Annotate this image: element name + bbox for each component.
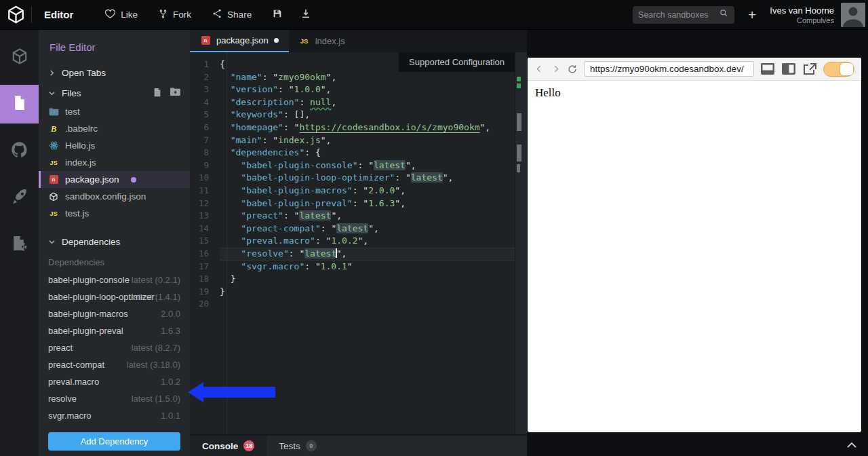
supported-configuration-button[interactable]: Supported Configuration: [399, 52, 515, 72]
scrollbar-ruler[interactable]: [515, 52, 527, 434]
rail-item-project[interactable]: [0, 38, 39, 77]
section-open-tabs[interactable]: Open Tabs: [39, 62, 190, 83]
user-block[interactable]: Ives van Hoorne Compulves: [770, 5, 834, 24]
ruler-mark-added: [517, 77, 521, 81]
dependency-row-preact-compat[interactable]: latest (3.18.0)preact-compat: [39, 356, 190, 373]
browser-preview: Hello: [528, 58, 861, 432]
line-number: 1: [190, 58, 220, 71]
code-line-16[interactable]: 16 "resolve": "latest",: [190, 248, 515, 261]
section-files[interactable]: Files: [39, 83, 190, 103]
file-row-index-js[interactable]: JSindex.js: [39, 154, 190, 171]
rail-item-github[interactable]: [0, 132, 39, 170]
dependency-row-svgr-macro[interactable]: 1.0.1svgr.macro: [39, 407, 190, 424]
line-number: 18: [190, 273, 220, 286]
rail-item-deployment[interactable]: [0, 178, 39, 217]
search-input[interactable]: [638, 10, 719, 20]
code-line-7[interactable]: 7 "main": "index.js",: [190, 134, 515, 147]
tab-package-json[interactable]: n package.json: [190, 30, 289, 52]
code-line-18[interactable]: 18 }: [190, 273, 515, 286]
external-resources-label[interactable]: External Resources: [39, 451, 190, 456]
dependency-row-babel-plugin-preval[interactable]: 1.6.3babel-plugin-preval: [39, 322, 190, 339]
share-icon: [212, 8, 222, 21]
dependency-name: babel-plugin-loop-optimizer: [48, 292, 155, 302]
dock-bottom-icon[interactable]: [760, 62, 775, 75]
codesandbox-logo-icon[interactable]: [0, 5, 31, 24]
section-dependencies[interactable]: Dependencies: [39, 231, 190, 252]
code-line-12[interactable]: 12 "babel-plugin-preval": "1.6.3",: [190, 197, 515, 210]
dependency-row-preval-macro[interactable]: 1.0.2preval.macro: [39, 373, 190, 390]
file-row-test[interactable]: test: [39, 103, 190, 120]
split-view-icon[interactable]: [781, 62, 796, 75]
like-button[interactable]: Like: [104, 8, 138, 22]
code-line-17[interactable]: 17 "svgr.macro": "1.0.1": [190, 261, 515, 273]
code-line-14[interactable]: 14 "preact-compat": "latest",: [190, 223, 515, 235]
code-editor[interactable]: Supported Configuration 1{2 "name": "zmy…: [190, 52, 515, 434]
forward-button[interactable]: [551, 64, 561, 74]
new-file-icon[interactable]: [153, 88, 162, 99]
code-line-6[interactable]: 6 "homepage": "https://codesandbox.io/s/…: [190, 121, 515, 134]
dependency-row-babel-plugin-loop-optimizer[interactable]: latest (1.4.1)babel-plugin-loop-optimize…: [39, 288, 190, 305]
code-line-20[interactable]: 20: [190, 298, 515, 311]
line-number: 6: [190, 121, 220, 134]
file-row-sandbox-config-json[interactable]: sandbox.config.json: [39, 188, 190, 205]
dependency-row-preact[interactable]: latest (8.2.7)preact: [39, 339, 190, 356]
code-line-10[interactable]: 10 "babel-plugin-loop-optimizer": "lates…: [190, 172, 515, 185]
refresh-button[interactable]: [567, 64, 578, 75]
tab-index-js[interactable]: JS index.js: [289, 30, 355, 52]
fork-icon: [158, 8, 168, 22]
code-line-3[interactable]: 3 "version": "1.0.0",: [190, 83, 515, 96]
code-line-2[interactable]: 2 "name": "zmyo90okm",: [190, 71, 515, 84]
react-icon: [48, 140, 59, 151]
code-line-4[interactable]: 4 "description": null,: [190, 96, 515, 109]
save-button[interactable]: [272, 8, 283, 22]
topbar: Editor Like Fork Share + Ives van Hoorne…: [0, 0, 868, 30]
line-number: 9: [190, 159, 220, 172]
file-row-hello-js[interactable]: Hello.js: [39, 137, 190, 154]
add-dependency-button[interactable]: Add Dependency: [48, 432, 180, 451]
code-line-5[interactable]: 5 "keywords": [],: [190, 109, 515, 121]
tests-tab[interactable]: Tests 0: [267, 436, 329, 456]
editor-tabbar: n package.json JS index.js: [190, 30, 527, 52]
line-number: 15: [190, 235, 220, 248]
console-tab[interactable]: Console 18: [190, 436, 267, 456]
dependency-version: 2.0.0: [161, 309, 180, 319]
modified-dot: [131, 177, 136, 183]
line-number: 4: [190, 96, 220, 109]
line-content: }: [220, 286, 515, 299]
open-external-icon[interactable]: [802, 62, 817, 75]
dependency-row-babel-plugin-macros[interactable]: 2.0.0babel-plugin-macros: [39, 305, 190, 322]
code-line-19[interactable]: 19}: [190, 286, 515, 299]
chevron-up-icon[interactable]: [846, 439, 857, 451]
code-line-11[interactable]: 11 "babel-plugin-macros": "2.0.0",: [190, 185, 515, 197]
code-line-15[interactable]: 15 "preval.macro": "1.0.2",: [190, 235, 515, 248]
rail-item-server-config[interactable]: [0, 225, 39, 264]
ruler-mark: [517, 164, 520, 172]
code-line-9[interactable]: 9 "babel-plugin-console": "latest",: [190, 159, 515, 172]
tests-count-badge: 0: [306, 440, 317, 451]
rail-item-file-editor[interactable]: [0, 85, 39, 124]
dependency-row-babel-plugin-console[interactable]: latest (0.2.1)babel-plugin-console: [39, 271, 190, 288]
back-button[interactable]: [534, 64, 545, 74]
file-name: .babelrc: [65, 124, 98, 134]
js-icon: JS: [299, 37, 310, 45]
dependency-name: babel-plugin-preval: [48, 326, 123, 336]
npm-icon: n: [48, 175, 59, 184]
fork-button[interactable]: Fork: [158, 8, 191, 22]
download-button[interactable]: [300, 8, 311, 22]
url-input[interactable]: [584, 61, 754, 77]
code-area: Supported Configuration 1{2 "name": "zmy…: [190, 52, 527, 434]
code-line-13[interactable]: 13 "preact": "latest",: [190, 210, 515, 223]
new-folder-icon[interactable]: [170, 88, 180, 99]
new-sandbox-button[interactable]: +: [748, 7, 756, 22]
code-line-8[interactable]: 8 "dependencies": {: [190, 147, 515, 159]
avatar[interactable]: [841, 3, 865, 27]
dependency-row-resolve[interactable]: latest (1.5.0)resolve: [39, 390, 190, 407]
file-row-package-json[interactable]: npackage.json: [39, 171, 190, 188]
dependency-version: latest (0.2.1): [132, 275, 180, 285]
file-row-test-js[interactable]: JStest.js: [39, 205, 190, 222]
folder-icon: [48, 108, 59, 116]
file-row-babelrc[interactable]: B.babelrc: [39, 120, 190, 137]
search-box: [633, 6, 734, 24]
share-button[interactable]: Share: [212, 8, 252, 21]
live-preview-toggle[interactable]: [823, 62, 854, 77]
